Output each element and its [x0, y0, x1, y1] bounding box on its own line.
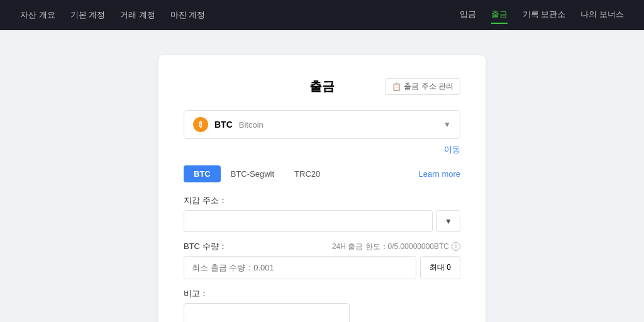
coin-name: Bitcoin [239, 120, 264, 130]
limit-info-icon[interactable]: i [452, 242, 460, 251]
manage-address-label: 출금 주소 관리 [404, 81, 453, 92]
nav-left: 자산 개요 기본 계정 거래 계정 마진 계정 [20, 7, 206, 23]
address-row: ▼ [184, 210, 460, 232]
limit-info: 24H 출금 한도：0/5.00000000BTC i [332, 242, 460, 252]
amount-input[interactable] [184, 256, 416, 279]
tab-trc20[interactable]: TRC20 [284, 165, 330, 182]
amount-row: 최대 0 [184, 256, 460, 279]
max-button[interactable]: 최대 0 [420, 256, 460, 279]
coin-symbol: BTC [214, 119, 233, 130]
nav-deposit[interactable]: 입금 [460, 6, 476, 24]
tab-btc[interactable]: BTC [184, 165, 221, 182]
nav-bonus[interactable]: 나의 보너스 [580, 6, 624, 24]
chevron-down-icon: ▼ [443, 120, 451, 129]
manage-address-button[interactable]: 📋 출금 주소 관리 [385, 78, 460, 95]
nav-margin-account[interactable]: 마진 계정 [170, 7, 206, 23]
nav-trade-account[interactable]: 거래 계정 [120, 7, 155, 23]
limit-text: 24H 출금 한도：0/5.00000000BTC [332, 242, 449, 252]
address-input[interactable] [184, 210, 433, 232]
nav-assets[interactable]: 자산 개요 [20, 7, 55, 23]
btc-icon: ₿ [193, 117, 208, 132]
address-dropdown-button[interactable]: ▼ [436, 210, 460, 232]
navbar: 자산 개요 기본 계정 거래 계정 마진 계정 입금 출금 기록 보관소 나의 … [0, 0, 644, 30]
coin-selector[interactable]: ₿ BTC Bitcoin ▼ [184, 110, 460, 139]
title-row: 출금 📋 출금 주소 관리 [184, 78, 460, 95]
network-tabs: BTC BTC-Segwit TRC20 Learn more [184, 165, 460, 182]
memo-input[interactable] [184, 303, 350, 322]
amount-label-row: BTC 수량： 24H 출금 한도：0/5.00000000BTC i [184, 241, 460, 252]
nav-records[interactable]: 기록 보관소 [523, 6, 566, 24]
main-content: 출금 📋 출금 주소 관리 ₿ BTC Bitcoin ▼ 이동 BTC BTC… [0, 30, 644, 322]
memo-label: 비고： [184, 288, 460, 299]
coin-info: ₿ BTC Bitcoin [193, 117, 264, 132]
tab-btc-segwit[interactable]: BTC-Segwit [221, 165, 284, 182]
address-label: 지갑 주소： [184, 195, 460, 206]
document-icon: 📋 [392, 82, 401, 91]
transfer-link[interactable]: 이동 [184, 144, 460, 155]
nav-withdraw[interactable]: 출금 [491, 6, 508, 24]
nav-right: 입금 출금 기록 보관소 나의 보너스 [460, 6, 624, 24]
nav-basic-account[interactable]: 기본 계정 [70, 7, 106, 23]
withdraw-card: 출금 📋 출금 주소 관리 ₿ BTC Bitcoin ▼ 이동 BTC BTC… [158, 55, 486, 322]
page-title: 출금 [276, 78, 369, 95]
learn-more-link[interactable]: Learn more [419, 169, 460, 179]
